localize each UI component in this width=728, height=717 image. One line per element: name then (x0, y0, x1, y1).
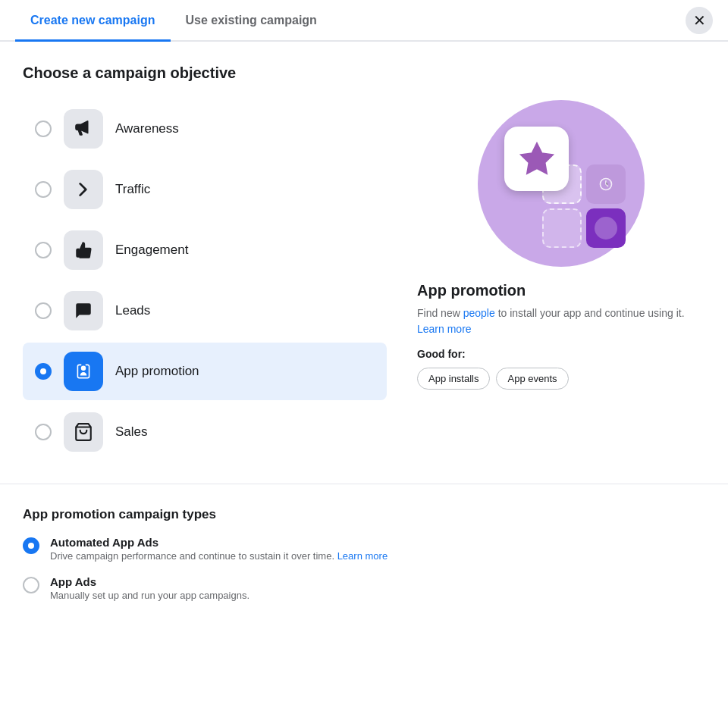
preview-desc-before: Find new (417, 307, 463, 319)
app-ads-label: App Ads (50, 575, 249, 588)
radio-engagement[interactable] (35, 242, 52, 258)
objective-sales[interactable]: Sales (23, 403, 387, 461)
radio-leads[interactable] (35, 302, 52, 319)
awareness-icon (74, 119, 93, 139)
star-illustration-icon (518, 140, 556, 178)
grid-cell-clock (586, 164, 626, 204)
preview-desc-after: to install your app and continue using i… (495, 307, 685, 319)
tab-use-existing[interactable]: Use existing campaign (171, 0, 332, 42)
awareness-icon-wrap (64, 109, 103, 149)
automated-learn-more[interactable]: Learn more (337, 550, 388, 562)
traffic-icon (74, 180, 93, 199)
automated-type-text: Automated App Ads Drive campaign perform… (50, 536, 388, 562)
traffic-label: Traffic (115, 182, 150, 197)
grid-cell-empty (542, 208, 582, 248)
app-promotion-illustration (478, 100, 645, 267)
automated-label: Automated App Ads (50, 536, 388, 549)
bottom-section: App promotion campaign types Automated A… (0, 484, 728, 637)
preview-panel: App promotion Find new people to install… (417, 100, 705, 390)
objective-engagement[interactable]: Engagement (23, 221, 387, 279)
objective-awareness[interactable]: Awareness (23, 100, 387, 158)
tags-container: App installs App events (417, 368, 705, 390)
radio-app-ads[interactable] (23, 577, 39, 593)
objective-app-promotion[interactable]: App promotion (23, 343, 387, 400)
app-promotion-icon-wrap (64, 352, 103, 391)
radio-sales[interactable] (35, 424, 52, 440)
app-ads-desc: Manually set up and run your app campaig… (50, 590, 249, 601)
radio-awareness[interactable] (35, 121, 52, 137)
main-layout: Awareness Traffic (23, 100, 705, 461)
preview-title: App promotion (417, 282, 705, 299)
app-promotion-label: App promotion (115, 364, 199, 379)
objectives-list: Awareness Traffic (23, 100, 387, 461)
engagement-icon-wrap (64, 230, 103, 270)
modal: Create new campaign Use existing campaig… (0, 0, 728, 717)
preview-people-link[interactable]: people (463, 307, 495, 319)
radio-traffic[interactable] (35, 181, 52, 198)
main-content: Choose a campaign objective Awareness (0, 42, 728, 484)
preview-learn-more-link[interactable]: Learn more (417, 323, 472, 335)
objective-leads[interactable]: Leads (23, 282, 387, 340)
good-for-label: Good for: (417, 348, 705, 360)
leads-icon (74, 301, 93, 321)
radio-automated[interactable] (23, 537, 39, 554)
engagement-icon (74, 240, 93, 260)
campaign-type-app-ads[interactable]: App Ads Manually set up and run your app… (23, 575, 705, 601)
engagement-label: Engagement (115, 243, 188, 258)
campaign-types-title: App promotion campaign types (23, 507, 705, 522)
preview-description: Find new people to install your app and … (417, 305, 705, 337)
sales-icon (74, 422, 93, 442)
traffic-icon-wrap (64, 170, 103, 209)
automated-desc-text: Drive campaign performance and continue … (50, 550, 337, 562)
awareness-label: Awareness (115, 121, 179, 136)
leads-label: Leads (115, 303, 150, 318)
tab-create-new[interactable]: Create new campaign (15, 0, 171, 42)
close-button[interactable]: ✕ (686, 7, 713, 34)
app-ads-type-text: App Ads Manually set up and run your app… (50, 575, 249, 601)
clock-icon (598, 177, 613, 192)
leads-icon-wrap (64, 291, 103, 330)
automated-desc: Drive campaign performance and continue … (50, 550, 388, 562)
app-promotion-icon (74, 362, 93, 381)
svg-point-0 (81, 365, 86, 371)
objective-traffic[interactable]: Traffic (23, 161, 387, 218)
tag-app-installs: App installs (417, 368, 490, 390)
grid-cell-circle (586, 208, 626, 248)
sales-icon-wrap (64, 412, 103, 452)
campaign-type-automated[interactable]: Automated App Ads Drive campaign perform… (23, 536, 705, 562)
section-title: Choose a campaign objective (23, 64, 705, 82)
radio-app-promotion[interactable] (35, 363, 52, 380)
sales-label: Sales (115, 424, 148, 440)
tag-app-events: App events (496, 368, 568, 390)
tab-bar: Create new campaign Use existing campaig… (0, 0, 728, 42)
